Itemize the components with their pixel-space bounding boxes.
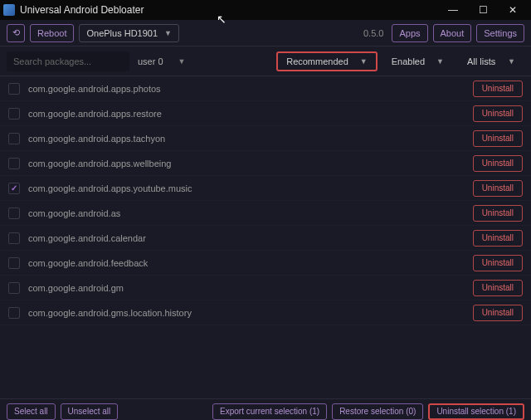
maximize-button[interactable]: ☐ (468, 0, 498, 20)
chevron-down-icon: ▼ (178, 57, 186, 66)
package-row[interactable]: com.google.android.gmUninstall (0, 276, 531, 300)
filter-bar: user 0 ▼ Recommended ▼ Enabled ▼ All lis… (0, 46, 531, 76)
package-name: com.google.android.as (28, 208, 473, 218)
package-list: com.google.android.apps.photosUninstallc… (0, 76, 531, 325)
search-input[interactable] (7, 51, 129, 71)
chevron-down-icon: ▼ (164, 29, 172, 37)
package-checkbox[interactable] (8, 158, 20, 169)
uninstall-button[interactable]: Uninstall (473, 105, 523, 122)
list-filter[interactable]: Recommended ▼ (276, 51, 378, 71)
device-name: OnePlus HD1901 (86, 28, 158, 38)
package-row[interactable]: com.google.android.feedbackUninstall (0, 251, 531, 276)
uninstall-selection-button[interactable]: Uninstall selection (1) (428, 403, 524, 420)
toolbar: ⟲ Reboot OnePlus HD1901 ▼ 0.5.0 Apps Abo… (0, 20, 531, 46)
package-row[interactable]: com.google.android.calendarUninstall (0, 226, 531, 251)
uninstall-button[interactable]: Uninstall (473, 81, 523, 97)
window-title: Universal Android Debloater (20, 4, 438, 16)
user-label: user 0 (138, 56, 163, 66)
uninstall-button[interactable]: Uninstall (473, 230, 523, 247)
titlebar: Universal Android Debloater — ☐ ✕ (0, 0, 531, 20)
refresh-button[interactable]: ⟲ (7, 24, 25, 42)
package-name: com.google.android.apps.photos (28, 84, 473, 94)
package-checkbox[interactable] (8, 83, 20, 95)
list-filter-label: Recommended (286, 56, 348, 66)
package-name: com.google.android.apps.restore (28, 109, 473, 119)
export-button[interactable]: Export current selection (1) (212, 403, 327, 420)
package-checkbox[interactable] (8, 307, 20, 319)
uninstall-button[interactable]: Uninstall (473, 155, 523, 172)
uninstall-button[interactable]: Uninstall (473, 205, 523, 222)
device-selector[interactable]: OnePlus HD1901 ▼ (79, 24, 179, 42)
package-checkbox[interactable] (8, 133, 20, 144)
uninstall-button[interactable]: Uninstall (473, 255, 523, 271)
restore-button[interactable]: Restore selection (0) (332, 403, 423, 420)
chevron-down-icon: ▼ (360, 57, 368, 66)
scope-filter-label: All lists (467, 56, 495, 66)
chevron-down-icon: ▼ (508, 57, 515, 66)
package-row[interactable]: com.google.android.apps.wellbeingUninsta… (0, 151, 531, 176)
settings-tab[interactable]: Settings (476, 24, 524, 42)
package-name: com.google.android.apps.tachyon (28, 134, 473, 144)
state-filter-label: Enabled (392, 56, 425, 66)
user-selector[interactable]: user 0 ▼ (129, 56, 194, 66)
app-icon (3, 4, 15, 16)
footer: Select all Unselect all Export current s… (0, 398, 531, 420)
minimize-button[interactable]: — (438, 0, 468, 20)
package-row[interactable]: com.google.android.apps.photosUninstall (0, 76, 531, 101)
package-name: com.google.android.gm (28, 283, 473, 293)
package-checkbox[interactable] (8, 282, 20, 294)
uninstall-button[interactable]: Uninstall (473, 280, 523, 296)
close-button[interactable]: ✕ (498, 0, 528, 20)
package-name: com.google.android.feedback (28, 258, 473, 268)
package-row[interactable]: com.google.android.apps.restoreUninstall (0, 101, 531, 126)
uninstall-button[interactable]: Uninstall (473, 305, 523, 321)
package-checkbox[interactable]: ✓ (8, 183, 20, 194)
empty-area (0, 325, 531, 398)
package-row[interactable]: com.google.android.apps.tachyonUninstall (0, 126, 531, 151)
chevron-down-icon: ▼ (436, 57, 444, 66)
package-checkbox[interactable] (8, 232, 20, 244)
package-name: com.google.android.calendar (28, 233, 473, 243)
uninstall-button[interactable]: Uninstall (473, 130, 523, 147)
version-label: 0.5.0 (363, 28, 383, 38)
package-checkbox[interactable] (8, 108, 20, 120)
package-checkbox[interactable] (8, 257, 20, 269)
unselect-all-button[interactable]: Unselect all (61, 403, 119, 420)
select-all-button[interactable]: Select all (7, 403, 56, 420)
package-name: com.google.android.apps.wellbeing (28, 159, 473, 168)
package-row[interactable]: ✓com.google.android.apps.youtube.musicUn… (0, 176, 531, 201)
package-name: com.google.android.apps.youtube.music (28, 183, 473, 193)
package-row[interactable]: com.google.android.asUninstall (0, 201, 531, 226)
apps-tab[interactable]: Apps (392, 24, 427, 42)
package-checkbox[interactable] (8, 208, 20, 219)
about-tab[interactable]: About (433, 24, 472, 42)
state-filter[interactable]: Enabled ▼ (382, 52, 453, 71)
scope-filter[interactable]: All lists ▼ (458, 52, 524, 71)
package-row[interactable]: com.google.android.gms.location.historyU… (0, 300, 531, 325)
refresh-icon: ⟲ (12, 27, 20, 38)
reboot-button[interactable]: Reboot (30, 24, 74, 42)
package-name: com.google.android.gms.location.history (28, 308, 473, 318)
uninstall-button[interactable]: Uninstall (473, 180, 523, 197)
